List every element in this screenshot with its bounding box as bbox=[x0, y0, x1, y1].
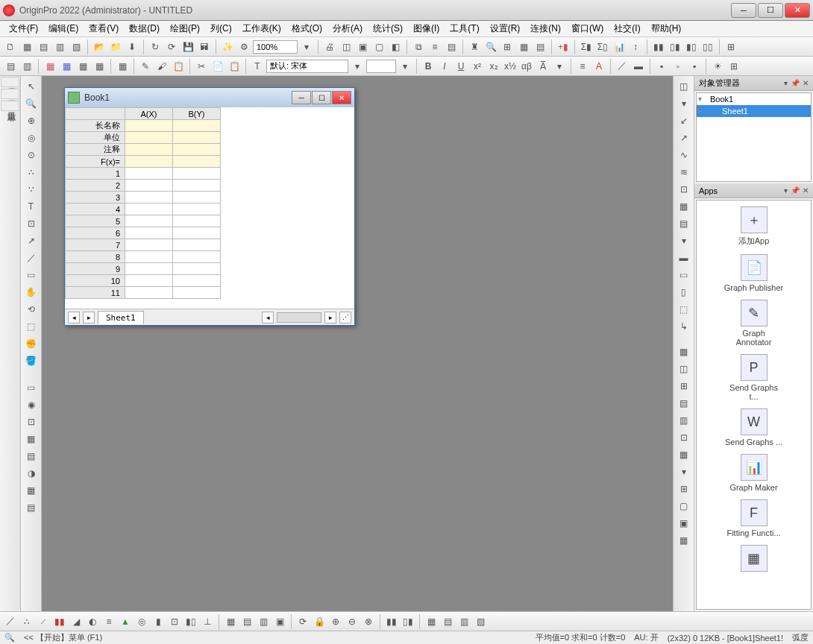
lt-extra1-icon[interactable]: ▭ bbox=[23, 380, 40, 395]
rt-22-icon[interactable]: ▦ bbox=[677, 447, 691, 462]
fontsize-dropdown-icon[interactable]: ▾ bbox=[398, 59, 412, 74]
menu-data[interactable]: 数据(D) bbox=[125, 21, 164, 37]
plot-surface-icon[interactable]: ▲ bbox=[118, 614, 133, 629]
save-icon[interactable]: 💾 bbox=[181, 40, 195, 54]
menu-worksheet[interactable]: 工作表(K) bbox=[238, 21, 286, 37]
menu-column[interactable]: 列(C) bbox=[206, 21, 236, 37]
magnifier-icon[interactable]: 🔍 bbox=[4, 633, 15, 643]
annotation-icon[interactable]: ⊡ bbox=[23, 216, 40, 231]
rt-13-icon[interactable]: ▯ bbox=[677, 285, 691, 300]
t2-c-icon[interactable]: ▦ bbox=[43, 59, 57, 74]
cell[interactable] bbox=[173, 156, 221, 168]
cursor-icon[interactable]: ⊙ bbox=[23, 148, 40, 162]
close-button[interactable]: ✕ bbox=[785, 3, 810, 18]
rt-7-icon[interactable]: ⊡ bbox=[677, 182, 691, 197]
plot-stock-icon[interactable]: ⊥ bbox=[200, 614, 215, 629]
resize-handle[interactable]: ⋰ bbox=[339, 312, 351, 323]
bars1-icon[interactable]: ▮▮ bbox=[651, 40, 666, 54]
window4-icon[interactable]: ◧ bbox=[388, 40, 403, 54]
paste-icon[interactable]: 📋 bbox=[227, 59, 242, 74]
table-icon[interactable]: ▦ bbox=[516, 40, 531, 54]
rt-5-icon[interactable]: ∿ bbox=[677, 148, 691, 162]
open-template-icon[interactable]: 📁 bbox=[108, 40, 123, 54]
rt-15-icon[interactable]: ↳ bbox=[677, 319, 691, 334]
cell[interactable] bbox=[125, 192, 173, 203]
plot-dbly-icon[interactable]: ▤ bbox=[239, 614, 254, 629]
digitize-icon[interactable]: ⊞ bbox=[500, 40, 515, 54]
copy-icon[interactable]: 📄 bbox=[210, 59, 225, 74]
arrow-icon[interactable]: ↗ bbox=[23, 233, 40, 248]
plot-box-icon[interactable]: ⊡ bbox=[167, 614, 182, 629]
rt-14-icon[interactable]: ⬚ bbox=[677, 302, 691, 317]
menu-help[interactable]: 帮助(H) bbox=[647, 21, 686, 37]
sheet-nav-prev[interactable]: ▸ bbox=[83, 312, 95, 323]
t2-f-icon[interactable]: ▦ bbox=[92, 59, 107, 74]
fontcolor-icon[interactable]: A bbox=[591, 59, 606, 74]
hand-icon[interactable]: ✊ bbox=[23, 336, 40, 351]
pointer-icon[interactable]: ↖ bbox=[23, 79, 40, 94]
plot-i-icon[interactable]: ▧ bbox=[473, 614, 488, 629]
maximize-button[interactable]: ☐ bbox=[758, 3, 783, 18]
table2-icon[interactable]: ▤ bbox=[533, 40, 547, 54]
plot-f-icon[interactable]: ▦ bbox=[424, 614, 439, 629]
workbook-close-button[interactable]: ✕ bbox=[332, 91, 351, 104]
sup-icon[interactable]: x² bbox=[470, 59, 485, 74]
row-header[interactable]: 6 bbox=[66, 227, 125, 239]
save-all-icon[interactable]: 🖬 bbox=[197, 40, 212, 54]
open-icon[interactable]: 📂 bbox=[92, 40, 107, 54]
plot-line-icon[interactable]: ／ bbox=[3, 614, 18, 629]
tab-message-log[interactable]: 消息日志 bbox=[1, 89, 19, 99]
cell[interactable] bbox=[173, 215, 221, 227]
mesh-icon[interactable]: ⊞ bbox=[726, 59, 741, 74]
apps-list[interactable]: ＋添加App📄Graph Publisher✎Graph AnnotatorPS… bbox=[696, 200, 812, 610]
app-item[interactable]: PSend Graphs t... bbox=[724, 354, 784, 401]
cell[interactable] bbox=[173, 251, 221, 263]
import-icon[interactable]: ⬇ bbox=[125, 40, 139, 54]
font-combo[interactable]: 默认: 宋体 bbox=[266, 60, 348, 73]
minimize-button[interactable]: ─ bbox=[731, 3, 756, 18]
app-item[interactable]: ＋添加App bbox=[724, 206, 784, 247]
refresh-icon[interactable]: ↻ bbox=[148, 40, 163, 54]
plot-a-icon[interactable]: ⊕ bbox=[328, 614, 343, 629]
row-header[interactable]: 7 bbox=[66, 239, 125, 251]
plot-column-icon[interactable]: ▮▮ bbox=[52, 614, 67, 629]
app-item[interactable]: WSend Graphs ... bbox=[724, 408, 784, 446]
font-dec-icon[interactable]: ▾ bbox=[552, 59, 567, 74]
cell[interactable] bbox=[125, 275, 173, 287]
greek-icon[interactable]: αβ bbox=[519, 59, 534, 74]
object-manager-header[interactable]: 对象管理器 ▾ 📌 ✕ bbox=[694, 76, 813, 91]
hscroll-track[interactable] bbox=[277, 312, 321, 323]
menu-image[interactable]: 图像(I) bbox=[409, 21, 444, 37]
window2-icon[interactable]: ▣ bbox=[355, 40, 370, 54]
cell[interactable] bbox=[125, 287, 173, 299]
menu-prefs[interactable]: 设置(R) bbox=[486, 21, 525, 37]
cell[interactable] bbox=[125, 263, 173, 275]
lines-icon[interactable]: ≡ bbox=[427, 40, 442, 54]
cell[interactable] bbox=[173, 203, 221, 215]
cell[interactable] bbox=[173, 192, 221, 203]
menu-format[interactable]: 格式(O) bbox=[287, 21, 327, 37]
row-header[interactable]: 9 bbox=[66, 263, 125, 275]
corner-cell[interactable] bbox=[66, 108, 125, 120]
plot-3d-icon[interactable]: ▮ bbox=[151, 614, 166, 629]
rt-23-icon[interactable]: ▾ bbox=[677, 464, 691, 479]
cell[interactable] bbox=[173, 120, 221, 132]
italic-icon[interactable]: I bbox=[437, 59, 452, 74]
cell[interactable] bbox=[173, 180, 221, 192]
text-icon[interactable]: T bbox=[23, 199, 40, 214]
lt-extra4-icon[interactable]: ▦ bbox=[23, 432, 40, 446]
row-header[interactable]: 10 bbox=[66, 275, 125, 287]
hscroll-left[interactable]: ◂ bbox=[262, 312, 274, 323]
font-dropdown-icon[interactable]: ▾ bbox=[350, 59, 365, 74]
code-icon[interactable]: ▤ bbox=[444, 40, 459, 54]
cell[interactable] bbox=[125, 215, 173, 227]
rt-21-icon[interactable]: ⊡ bbox=[677, 430, 691, 445]
cell[interactable] bbox=[173, 287, 221, 299]
cell[interactable] bbox=[173, 239, 221, 251]
row-header[interactable]: 4 bbox=[66, 203, 125, 215]
plot-hist-icon[interactable]: ▮▯ bbox=[183, 614, 198, 629]
rt-4-icon[interactable]: ↗ bbox=[677, 130, 691, 145]
panel-close-icon[interactable]: ✕ bbox=[803, 186, 809, 195]
lt-extra2-icon[interactable]: ◉ bbox=[23, 397, 40, 412]
col-header-a[interactable]: A(X) bbox=[125, 108, 173, 120]
